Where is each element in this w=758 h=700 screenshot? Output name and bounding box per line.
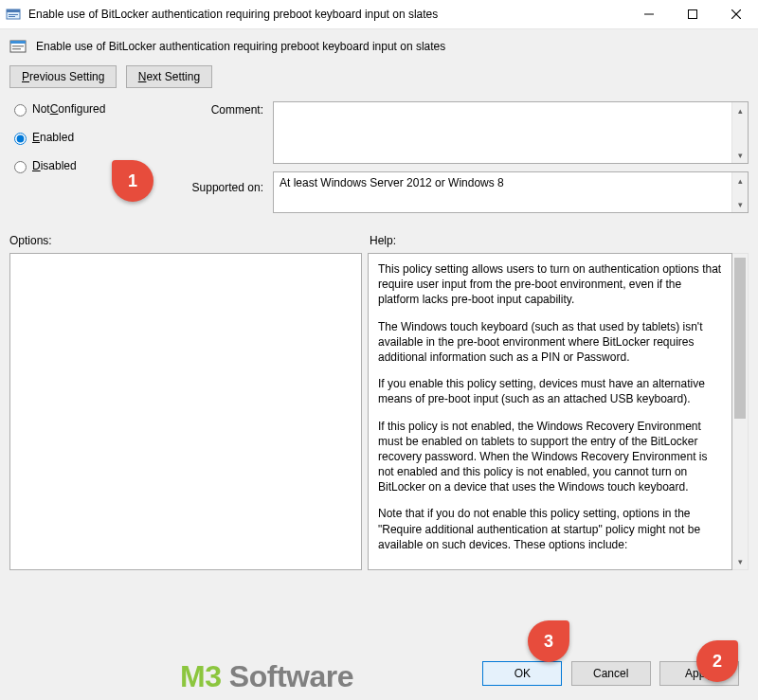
supported-on-value: At least Windows Server 2012 or Windows … <box>274 172 748 212</box>
svg-rect-2 <box>9 14 18 15</box>
svg-rect-11 <box>12 48 21 49</box>
radio-disabled-input[interactable] <box>14 161 27 173</box>
annotation-callout-2: 2 <box>696 640 738 682</box>
previous-setting-button[interactable]: Previous Setting <box>9 65 117 88</box>
help-paragraph: This policy setting allows users to turn… <box>378 261 722 308</box>
watermark: M3 Software <box>180 659 353 694</box>
panels: This policy setting allows users to turn… <box>9 253 749 570</box>
svg-rect-5 <box>689 10 697 19</box>
watermark-m3: M3 <box>180 659 221 693</box>
radio-not-configured-input[interactable] <box>14 104 27 117</box>
comment-scrollbar[interactable]: ▴ ▾ <box>731 102 748 163</box>
window-titlebar: Enable use of BitLocker authentication r… <box>0 0 758 28</box>
policy-title: Enable use of BitLocker authentication r… <box>36 40 445 53</box>
maximize-button[interactable] <box>671 0 714 28</box>
supported-on-label: Supported on: <box>165 168 269 194</box>
help-label: Help: <box>370 234 396 247</box>
help-paragraph: Note that if you do not enable this poli… <box>378 506 722 552</box>
comment-textbox[interactable]: ▴ ▾ <box>273 101 749 164</box>
scroll-up-icon[interactable]: ▴ <box>732 102 749 118</box>
help-textbox: This policy setting allows users to turn… <box>368 253 732 570</box>
cancel-button[interactable]: Cancel <box>571 661 651 686</box>
options-box <box>9 253 362 570</box>
annotation-callout-1: 1 <box>112 160 153 202</box>
dialog-content: Enable use of BitLocker authentication r… <box>0 28 758 700</box>
scroll-thumb[interactable] <box>734 258 746 419</box>
close-button[interactable] <box>714 0 758 28</box>
ok-button[interactable]: OK <box>482 661 562 686</box>
next-setting-button[interactable]: Next Setting <box>126 65 212 88</box>
window-controls <box>627 0 758 28</box>
comment-value <box>274 102 748 163</box>
annotation-callout-3: 3 <box>528 620 569 662</box>
policy-header: Enable use of BitLocker authentication r… <box>9 37 749 56</box>
gpedit-icon <box>6 6 23 23</box>
watermark-software: Software <box>221 659 353 693</box>
help-paragraph: If this policy is not enabled, the Windo… <box>378 419 722 495</box>
scroll-down-icon[interactable]: ▾ <box>732 553 749 569</box>
radio-enabled-input[interactable] <box>14 133 27 145</box>
scroll-up-icon[interactable]: ▴ <box>732 172 749 188</box>
help-paragraph: The Windows touch keyboard (such as that… <box>378 319 722 366</box>
window-title: Enable use of BitLocker authentication r… <box>28 8 627 21</box>
radio-enabled[interactable]: Enabled <box>9 130 161 145</box>
options-label: Options: <box>9 234 370 247</box>
scroll-down-icon[interactable]: ▾ <box>732 147 749 163</box>
svg-rect-9 <box>10 41 26 44</box>
svg-rect-3 <box>9 16 15 17</box>
panels-header: Options: Help: <box>9 234 749 247</box>
nav-buttons: Previous Setting Next Setting <box>9 65 749 88</box>
radio-not-configured[interactable]: Not Configured <box>9 101 161 117</box>
policy-icon <box>9 37 28 56</box>
comment-label: Comment: <box>165 101 269 168</box>
scroll-down-icon[interactable]: ▾ <box>732 196 749 212</box>
help-scrollbar[interactable]: ▴ ▾ <box>732 253 749 570</box>
help-paragraph: If you enable this policy setting, devic… <box>378 376 722 406</box>
supported-scrollbar[interactable]: ▴ ▾ <box>731 172 748 212</box>
svg-rect-10 <box>12 45 24 46</box>
supported-on-textbox: At least Windows Server 2012 or Windows … <box>273 171 749 213</box>
svg-rect-1 <box>7 9 20 12</box>
minimize-button[interactable] <box>627 0 671 28</box>
